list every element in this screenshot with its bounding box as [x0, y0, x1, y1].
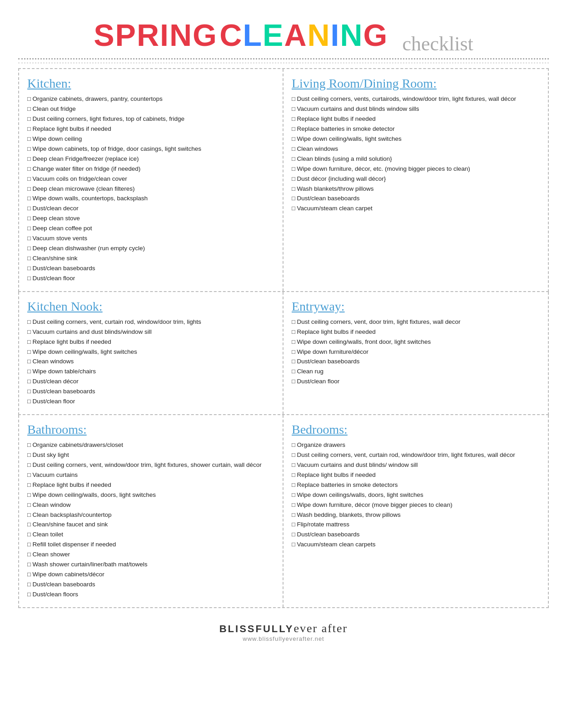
row-3: Bathrooms: Organize cabinets/drawers/clo… — [18, 415, 549, 608]
row-2: Kitchen Nook: Dust ceiling corners, vent… — [18, 292, 549, 415]
list-item: Wipe down furniture, décor (move bigger … — [292, 500, 540, 510]
bedrooms-list: Organize drawers Dust ceiling corners, v… — [292, 441, 540, 550]
list-item: Clean out fridge — [27, 104, 274, 114]
list-item: Clean windows — [27, 357, 274, 366]
kitchen-nook-section: Kitchen Nook: Dust ceiling corners, vent… — [19, 292, 284, 414]
list-item: Replace light bulbs if needed — [27, 337, 274, 347]
list-item: Vacuum curtains and dust blinds/window s… — [27, 327, 274, 337]
list-item: Dust/clean baseboards — [292, 530, 540, 540]
list-item: Clean/shine sink — [27, 254, 274, 263]
list-item: Dust/clean baseboards — [27, 387, 274, 396]
list-item: Deep clean Fridge/freezer (replace ice) — [27, 154, 274, 164]
kitchen-list: Organize cabinets, drawers, pantry, coun… — [27, 94, 274, 283]
footer-url: www.blissfullyeverafter.net — [18, 635, 549, 642]
list-item: Organize cabinets, drawers, pantry, coun… — [27, 94, 274, 104]
list-item: Wipe down ceiling/walls, doors, light sw… — [27, 490, 274, 500]
list-item: Wash bedding, blankets, throw pillows — [292, 510, 540, 520]
list-item: Dust/clean floor — [292, 377, 540, 386]
footer-blissfully: BLISSFULLY — [219, 623, 294, 634]
living-room-title: Living Room/Dining Room: — [292, 76, 540, 91]
entryway-list: Dust ceiling corners, vent, door trim, l… — [292, 317, 540, 386]
list-item: Wash blankets/throw pillows — [292, 184, 540, 194]
kitchen-title: Kitchen: — [27, 76, 274, 91]
list-item: Wipe down ceiling — [27, 134, 274, 144]
list-item: Deep clean dishwasher (run empty cycle) — [27, 244, 274, 253]
title-spring: SPRING — [94, 18, 218, 52]
kitchen-nook-title: Kitchen Nook: — [27, 299, 274, 314]
list-item: Wipe down cabinets, top of fridge, door … — [27, 144, 274, 154]
bathrooms-section: Bathrooms: Organize cabinets/drawers/clo… — [19, 415, 284, 607]
page-header: SPRING CLEANING checklist — [18, 9, 549, 64]
list-item: Clean rug — [292, 367, 540, 376]
list-item: Replace batteries in smoke detectors — [292, 480, 540, 490]
list-item: Vacuum/steam clean carpets — [292, 540, 540, 550]
list-item: Dust/clean baseboards — [292, 194, 540, 203]
title-checklist: checklist — [402, 33, 473, 55]
list-item: Vacuum stove vents — [27, 234, 274, 243]
list-item: Clean toilet — [27, 530, 274, 540]
list-item: Organize drawers — [292, 441, 540, 450]
list-item: Wipe down ceiling/walls, light switches — [27, 347, 274, 357]
main-title: SPRING CLEANING checklist — [18, 17, 549, 55]
bathrooms-list: Organize cabinets/drawers/closet Dust sk… — [27, 441, 274, 599]
kitchen-nook-list: Dust ceiling corners, vent, curtain rod,… — [27, 317, 274, 406]
list-item: Dust/clean decor — [27, 204, 274, 213]
list-item: Vacuum curtains and dust blinds/ window … — [292, 461, 540, 470]
list-item: Vacuum curtains — [27, 470, 274, 480]
list-item: Dust ceiling corners, vent, curtain rod,… — [27, 317, 274, 327]
list-item: Deep clean microwave (clean filteres) — [27, 184, 274, 194]
list-item: Dust ceiling corners, vent, door trim, l… — [292, 317, 540, 327]
list-item: Deep clean coffee pot — [27, 224, 274, 233]
title-cleaning: CLEANING — [219, 18, 398, 52]
living-room-list: Dust ceiling corners, vents, curtairods,… — [292, 94, 540, 213]
bathrooms-title: Bathrooms: — [27, 422, 274, 437]
list-item: Replace light bulbs if needed — [292, 470, 540, 480]
list-item: Dust ceiling corners, light fixtures, to… — [27, 114, 274, 124]
list-item: Dust/clean floor — [27, 274, 274, 283]
entryway-section: Entryway: Dust ceiling corners, vent, do… — [284, 292, 548, 414]
list-item: Dust sky light — [27, 451, 274, 460]
list-item: Wipe down furniture, décor, etc. (moving… — [292, 164, 540, 174]
list-item: Replace light bulbs if needed — [27, 124, 274, 134]
list-item: Refill toilet dispenser if needed — [27, 540, 274, 550]
list-item: Dust ceiling corners, vent, curtain rod,… — [292, 451, 540, 460]
list-item: Wipe down table/chairs — [27, 367, 274, 376]
living-room-section: Living Room/Dining Room: Dust ceiling co… — [284, 69, 548, 291]
list-item: Dust ceiling corners, vent, window/door … — [27, 461, 274, 470]
list-item: Dust/clean baseboards — [27, 580, 274, 589]
page-footer: BLISSFULLYever after www.blissfullyevera… — [18, 617, 549, 642]
list-item: Wipe down ceiling/walls, front door, lig… — [292, 337, 540, 347]
list-item: Vacuum coils on fridge/clean cover — [27, 174, 274, 184]
list-item: Clean windows — [292, 144, 540, 154]
list-item: Vacuum/steam clean carpet — [292, 204, 540, 213]
list-item: Clean/shine faucet and sink — [27, 520, 274, 530]
list-item: Dust/clean décor — [27, 377, 274, 386]
list-item: Flip/rotate mattress — [292, 520, 540, 530]
bedrooms-title: Bedrooms: — [292, 422, 540, 437]
list-item: Wipe down furniture/décor — [292, 347, 540, 357]
list-item: Vacuum curtains and dust blinds window s… — [292, 104, 540, 114]
list-item: Organize cabinets/drawers/closet — [27, 441, 274, 450]
kitchen-section: Kitchen: Organize cabinets, drawers, pan… — [19, 69, 284, 291]
list-item: Change water filter on fridge (if needed… — [27, 164, 274, 174]
list-item: Clean window — [27, 500, 274, 510]
list-item: Dust/clean floors — [27, 590, 274, 599]
list-item: Dust/clean baseboards — [292, 357, 540, 366]
list-item: Dust/clean floor — [27, 397, 274, 406]
header-divider — [18, 58, 549, 59]
list-item: Clean shower — [27, 550, 274, 560]
list-item: Wipe down walls, countertops, backsplash — [27, 194, 274, 203]
list-item: Clean blinds {using a mild solution} — [292, 154, 540, 164]
list-item: Wipe down ceiling/walls, light switches — [292, 134, 540, 144]
list-item: Wipe down ceilings/walls, doors, light s… — [292, 490, 540, 500]
list-item: Wash shower curtain/liner/bath mat/towel… — [27, 560, 274, 570]
list-item: Dust/clean baseboards — [27, 264, 274, 273]
entryway-title: Entryway: — [292, 299, 540, 314]
list-item: Deep clean stove — [27, 214, 274, 223]
bedrooms-section: Bedrooms: Organize drawers Dust ceiling … — [284, 415, 548, 607]
list-item: Replace light bulbs if needed — [292, 114, 540, 124]
list-item: Dust décor {including wall décor} — [292, 174, 540, 184]
footer-brand: BLISSFULLYever after — [18, 622, 549, 635]
list-item: Replace batteries in smoke detector — [292, 124, 540, 134]
footer-ever-after: ever after — [293, 622, 348, 635]
